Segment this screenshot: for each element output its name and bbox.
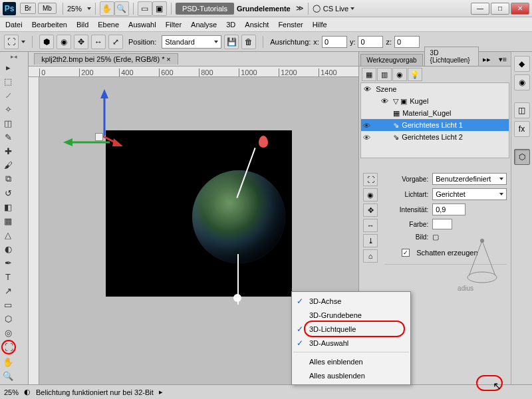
current-tool-icon[interactable]: ⛶ [4, 35, 19, 49]
cslive-button[interactable]: CS Live [323, 5, 349, 13]
3d-camera-tool[interactable]: ◎ [1, 326, 15, 339]
light-rotate-icon[interactable]: ⛶ [363, 173, 378, 186]
menu-bild[interactable]: Bild [76, 21, 88, 29]
menu-auswahl[interactable]: Auswahl [128, 21, 156, 29]
dock-styles-icon[interactable]: fx [514, 121, 530, 137]
vorgabe-select[interactable]: Benutzerdefiniert [432, 173, 507, 185]
3d-roll-icon[interactable]: ◉ [57, 35, 71, 49]
type-tool[interactable]: T [1, 270, 15, 283]
menu-hilfe[interactable]: Hilfe [313, 21, 327, 29]
menu-ansicht[interactable]: Ansicht [245, 21, 269, 29]
z-input[interactable] [394, 36, 420, 48]
panel-menu-icon[interactable]: ▾≡ [495, 53, 511, 66]
scene-row-light1[interactable]: ⇘ Gerichtetes Licht 1 [361, 119, 509, 131]
scene-row-light2[interactable]: ⇘ Gerichtetes Licht 2 [361, 131, 509, 143]
scene-row-kugel[interactable]: 👁▽ ▣ Kugel [361, 95, 509, 107]
mesh-filter-icon[interactable]: ▥ [377, 68, 392, 81]
dock-adjustments-icon[interactable]: ◫ [514, 102, 530, 118]
mb-button[interactable]: Mb [38, 3, 57, 14]
menu-ebene[interactable]: Ebene [98, 21, 119, 29]
scene-filter-icon[interactable]: ▦ [362, 68, 376, 81]
path-tool[interactable]: ↗ [1, 284, 15, 297]
scene-row-material[interactable]: ▦ Material_Kugel [361, 107, 509, 119]
menu-fenster[interactable]: Fenster [278, 21, 303, 29]
brush-tool[interactable]: 🖌 [1, 158, 15, 172]
light-slide-icon[interactable]: ↔ [363, 219, 378, 232]
3d-object-tool[interactable]: ⬡ [1, 312, 15, 325]
status-arrow-icon[interactable]: ▸ [159, 388, 163, 396]
shape-tool[interactable]: ▭ [1, 298, 15, 311]
eraser-tool[interactable]: ◧ [1, 200, 15, 213]
bild-thumb[interactable]: ▢ [432, 233, 439, 241]
3d-rotate-icon[interactable]: ⬢ [39, 35, 54, 49]
stamp-tool[interactable]: ⧉ [1, 172, 15, 186]
farbe-swatch[interactable] [432, 219, 452, 229]
panel-collapse-icon[interactable]: ▸▸ [479, 53, 495, 66]
delete-preset-icon[interactable]: 🗑 [241, 35, 256, 49]
screen-mode-icon[interactable]: ▣ [152, 1, 167, 16]
light-home-icon[interactable]: ⌂ [363, 249, 378, 263]
3d-slide-icon[interactable]: ↔ [91, 35, 106, 49]
zoom-tool[interactable]: 🔍 [1, 369, 15, 382]
light-marker-2[interactable] [233, 294, 241, 302]
view-mode-icon[interactable]: ▭ [138, 1, 152, 16]
eyedropper-tool[interactable]: ✎ [1, 130, 15, 144]
menu-filter[interactable]: Filter [166, 21, 182, 29]
cm-alles-ausblenden[interactable]: Alles ausblenden [292, 368, 410, 382]
3d-axis-origin[interactable] [95, 133, 103, 141]
status-zoom[interactable]: 25% [4, 388, 19, 396]
dodge-tool[interactable]: ◐ [1, 242, 15, 255]
schatten-checkbox[interactable]: ✓ [402, 249, 410, 257]
workspace-grundelemente[interactable]: Grundelemente [237, 5, 291, 13]
blur-tool[interactable]: △ [1, 228, 15, 241]
light-pan-icon[interactable]: ✥ [363, 203, 378, 217]
light-roll-icon[interactable]: ◉ [363, 188, 378, 201]
marquee-tool[interactable]: ⬚ [1, 74, 15, 88]
hand-tool-icon[interactable]: ✋ [100, 1, 114, 16]
crop-tool[interactable]: ◫ [1, 116, 15, 130]
panel-tab-tool-presets[interactable]: Werkzeugvorgab [360, 54, 422, 66]
3d-light-tool[interactable]: ⛶ [1, 340, 16, 354]
hand-tool[interactable]: ✋ [1, 355, 15, 368]
close-button[interactable]: ✕ [511, 3, 529, 15]
cm-3d-auswahl[interactable]: ✓3D-Auswahl [292, 336, 410, 350]
document-tab[interactable]: kplj2th2.bmp bei 25% (Erde, RGB/8) * × [34, 53, 178, 65]
dock-3d-icon[interactable]: ⬡ [514, 149, 530, 165]
light-marker-1[interactable] [259, 136, 268, 148]
dock-swatches-icon[interactable]: ◉ [514, 74, 530, 90]
workspace-psd-tutorials[interactable]: PSD-Tutorials [176, 3, 234, 15]
heal-tool[interactable]: ✚ [1, 144, 15, 158]
cm-alles-einblenden[interactable]: Alles einblenden [292, 354, 410, 368]
pen-tool[interactable]: ✒ [1, 256, 15, 269]
lasso-tool[interactable]: ⟋ [1, 88, 15, 102]
menu-analyse[interactable]: Analyse [191, 21, 217, 29]
y-input[interactable] [358, 36, 383, 48]
gradient-tool[interactable]: ▦ [1, 214, 15, 227]
zoom-tool-icon[interactable]: 🔍 [114, 1, 129, 16]
3d-pan-icon[interactable]: ✥ [74, 35, 88, 49]
material-filter-icon[interactable]: ◉ [392, 68, 407, 81]
menu-datei[interactable]: Datei [5, 21, 23, 29]
minimize-button[interactable]: — [471, 3, 489, 15]
3d-axis-y[interactable] [98, 89, 111, 136]
panel-tab-3d-lights[interactable]: 3D {Lichtquellen} [424, 47, 479, 66]
scene-row-root[interactable]: 👁Szene [361, 83, 509, 95]
close-tab-icon[interactable]: × [166, 55, 170, 63]
3d-scale-icon[interactable]: ⤢ [108, 35, 123, 49]
light-filter-icon[interactable]: 💡 [408, 68, 422, 81]
move-tool[interactable]: ▸ [1, 61, 15, 74]
menu-3d[interactable]: 3D [226, 21, 235, 29]
dock-color-icon[interactable]: ◆ [514, 56, 530, 72]
menu-bearbeiten[interactable]: Bearbeiten [32, 21, 67, 29]
position-select[interactable]: Standard [162, 35, 221, 49]
more-workspaces-icon[interactable]: ≫ [296, 4, 304, 13]
bridge-button[interactable]: Br [20, 3, 36, 14]
save-preset-icon[interactable]: 💾 [224, 35, 239, 49]
zoom-display[interactable]: 25% [67, 5, 82, 13]
cm-3d-achse[interactable]: ✓3D-Achse [292, 294, 410, 308]
x-input[interactable] [322, 36, 347, 48]
history-brush-tool[interactable]: ↺ [1, 186, 15, 200]
cm-3d-grundebene[interactable]: 3D-Grundebene [292, 308, 410, 322]
scene-tree[interactable]: 👁Szene 👁▽ ▣ Kugel ▦ Material_Kugel ⇘ Ger… [360, 82, 509, 158]
light-point-icon[interactable]: ⤓ [363, 234, 378, 247]
